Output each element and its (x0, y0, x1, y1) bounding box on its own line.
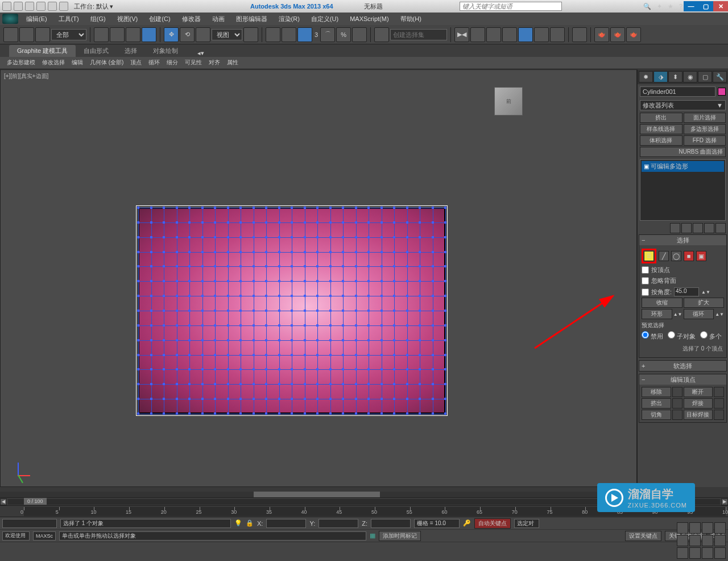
save-icon[interactable] (25, 2, 34, 11)
angle-snap-icon[interactable]: ⌒ (320, 27, 335, 42)
select-object-icon[interactable] (94, 27, 109, 42)
menu-modifiers[interactable]: 修改器 (176, 15, 206, 23)
goto-start-icon[interactable] (677, 522, 688, 534)
percent-snap-icon[interactable]: % (336, 27, 351, 42)
unlink-tool-icon[interactable] (19, 27, 34, 42)
ribbon-tab-selection[interactable]: 选择 (117, 45, 145, 57)
menu-maxscript[interactable]: MAXScript(M) (344, 15, 394, 22)
menu-rendering[interactable]: 渲染(R) (273, 15, 305, 23)
make-unique-icon[interactable] (693, 223, 703, 233)
modbtn-splinesel[interactable]: 样条线选择 (640, 124, 682, 134)
add-time-tag-button[interactable]: 添加时间标记 (379, 531, 421, 541)
subobj-border-icon[interactable]: ◯ (671, 251, 681, 261)
ribbon-sub-loop[interactable]: 循环 (145, 57, 163, 68)
teapot3-icon[interactable]: 🫖 (626, 27, 641, 42)
lock-selection-icon[interactable]: 🔒 (246, 519, 254, 527)
favorite-icon[interactable]: ★ (668, 3, 673, 10)
create-tab-icon[interactable]: ✹ (639, 71, 653, 82)
teapot1-icon[interactable]: 🫖 (594, 27, 609, 42)
target-weld-button[interactable]: 目标焊接 (684, 410, 713, 420)
preview-multi-radio[interactable]: 多个 (700, 331, 722, 341)
preview-subobj-radio[interactable]: 子对象 (668, 331, 696, 341)
motion-tab-icon[interactable]: ◉ (683, 71, 697, 82)
ribbon-sub-modifysel[interactable]: 修改选择 (39, 57, 68, 68)
time-prev-icon[interactable]: ◀ (0, 498, 7, 505)
edit-named-sel-icon[interactable] (374, 27, 389, 42)
key-icon[interactable]: 🔑 (463, 519, 471, 527)
minimize-button[interactable]: — (684, 1, 698, 11)
cylinder-mesh[interactable] (138, 208, 445, 414)
link-icon[interactable] (59, 2, 68, 11)
utilities-tab-icon[interactable]: 🔧 (713, 71, 727, 82)
named-selection-set[interactable] (390, 29, 447, 40)
ribbon-sub-align[interactable]: 对齐 (205, 57, 224, 68)
ribbon-sub-subdiv[interactable]: 细分 (163, 57, 181, 68)
max-viewport-icon[interactable] (714, 547, 726, 559)
auto-key-button[interactable]: 自动关键点 (474, 518, 511, 529)
ribbon-sub-vertex[interactable]: 顶点 (127, 57, 145, 68)
menu-animation[interactable]: 动画 (206, 15, 230, 23)
frame-indicator[interactable]: 0 / 100 (24, 498, 47, 505)
comm-icon[interactable]: ✦ (657, 3, 662, 10)
object-name-field[interactable]: Cylinder001 (640, 86, 715, 97)
snap-toggle-icon[interactable] (297, 27, 312, 42)
lock-icon[interactable]: 💡 (234, 519, 242, 527)
ref-coord-system[interactable]: 视图 (212, 29, 242, 40)
menu-customize[interactable]: 自定义(U) (305, 15, 344, 23)
sel-set-combo[interactable]: 选定对 (514, 519, 539, 528)
extrude-settings[interactable] (672, 398, 682, 409)
keyboard-shortcut-icon[interactable] (282, 27, 296, 42)
set-key-button[interactable]: 设置关键点 (625, 531, 661, 541)
menu-edit[interactable]: 编辑(E) (20, 15, 53, 23)
coord-z-field[interactable] (371, 519, 411, 528)
shrink-button[interactable]: 收缩 (642, 298, 682, 308)
by-vertex-checkbox[interactable] (642, 266, 649, 274)
modifier-stack[interactable]: ▣ 可编辑多边形 (640, 159, 726, 221)
snap-night-icon[interactable]: ▦ (370, 532, 375, 539)
next-frame-icon[interactable] (714, 522, 726, 534)
show-end-result-icon[interactable] (681, 223, 692, 233)
material-editor-icon[interactable] (534, 27, 549, 42)
rollup-selection-header[interactable]: −选择 (639, 235, 726, 245)
modifier-list-dropdown[interactable]: 修改器列表▼ (640, 100, 726, 110)
loop-button[interactable]: 循环 (684, 309, 714, 319)
preview-off-radio[interactable]: 禁用 (642, 331, 663, 341)
angle-spinner[interactable]: 45.0 (674, 287, 699, 296)
search-input[interactable] (462, 2, 559, 10)
ribbon-collapse-icon[interactable]: ◂▾ (197, 50, 204, 57)
key-mode-icon[interactable] (689, 535, 701, 546)
ring-button[interactable]: 环形 (642, 309, 672, 319)
play-anim-icon[interactable] (702, 522, 713, 534)
ribbon-tab-objectpaint[interactable]: 对象绘制 (145, 45, 186, 57)
configure-sets-icon[interactable] (715, 223, 726, 233)
viewport[interactable]: [+][前][真实+边面] 前 (0, 69, 637, 487)
pan-icon[interactable] (677, 547, 688, 559)
menu-help[interactable]: 帮助(H) (395, 15, 427, 23)
viewcube[interactable]: 前 (494, 87, 523, 116)
horizontal-scrollbar[interactable] (0, 492, 634, 497)
script-listener[interactable] (2, 519, 57, 528)
redo-icon[interactable] (48, 2, 57, 11)
help-icon[interactable]: ? (679, 3, 682, 10)
render-setup-icon[interactable] (550, 27, 565, 42)
teapot2-icon[interactable]: 🫖 (610, 27, 625, 42)
modify-tab-icon[interactable]: ⬗ (653, 71, 668, 82)
manipulate-icon[interactable] (266, 27, 280, 42)
close-button[interactable]: ✕ (713, 1, 728, 11)
chamfer-button[interactable]: 切角 (642, 410, 671, 420)
ribbon-sub-polymodel[interactable]: 多边形建模 (3, 57, 39, 68)
coord-x-field[interactable] (266, 519, 306, 528)
prev-frame-icon[interactable] (689, 522, 701, 534)
modbtn-polysel[interactable]: 多边形选择 (684, 124, 726, 134)
modbtn-extrude[interactable]: 挤出 (640, 113, 682, 123)
subobj-vertex-icon[interactable]: ⠿ (644, 251, 654, 261)
viewport-label[interactable]: [+][前][真实+边面] (4, 72, 48, 80)
layers-icon[interactable] (486, 27, 501, 42)
display-tab-icon[interactable]: ▢ (698, 71, 712, 82)
select-region-icon[interactable] (126, 27, 140, 42)
window-crossing-icon[interactable] (142, 27, 156, 42)
menu-group[interactable]: 组(G) (85, 15, 111, 23)
rollup-edit-verts-header[interactable]: −编辑顶点 (639, 374, 726, 385)
subobj-element-icon[interactable]: ▣ (696, 251, 706, 261)
spinner-snap-icon[interactable] (352, 27, 367, 42)
